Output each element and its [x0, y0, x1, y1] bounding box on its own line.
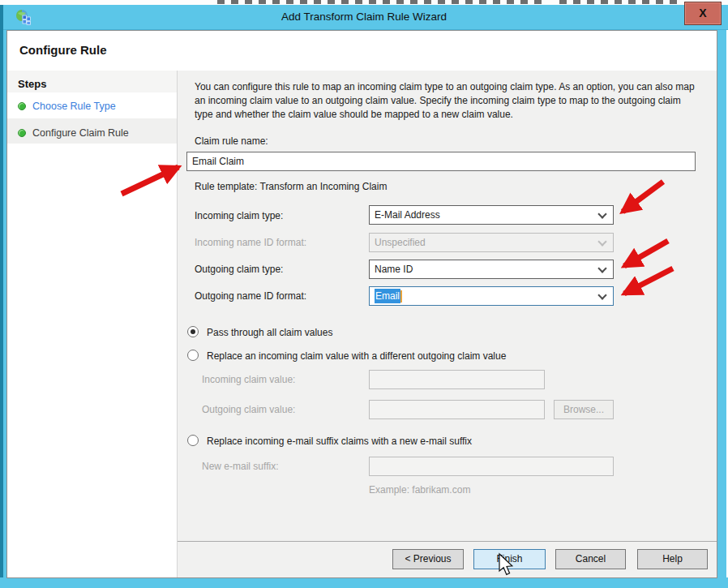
rule-template-text: Rule template: Transform an Incoming Cla… [195, 181, 387, 192]
help-button[interactable]: Help [637, 549, 708, 569]
incoming-name-id-format-combobox: Unspecified [369, 233, 614, 252]
steps-heading: Steps [18, 78, 46, 90]
new-email-suffix-input [369, 457, 614, 476]
finish-button[interactable]: Finish [473, 549, 546, 569]
pass-through-radio[interactable] [187, 326, 199, 337]
close-icon[interactable]: X [684, 2, 722, 25]
cancel-button[interactable]: Cancel [555, 549, 626, 569]
replace-email-suffix-radio[interactable] [187, 435, 199, 446]
outgoing-name-id-format-combobox[interactable]: Email [369, 286, 614, 306]
previous-button[interactable]: < Previous [392, 549, 464, 569]
pass-through-radio-label: Pass through all claim values [207, 327, 332, 338]
page-header: Configure Rule [7, 31, 717, 71]
incoming-name-id-format-label: Incoming name ID format: [195, 237, 306, 248]
window-title: Add Transform Claim Rule Wizard [0, 11, 728, 23]
window-border-right [717, 30, 726, 588]
incoming-claim-type-combobox[interactable]: E-Mail Address [369, 205, 614, 225]
incoming-claim-value-input [369, 370, 545, 389]
window-border-bottom [0, 577, 728, 588]
text-caret [400, 290, 402, 303]
claim-rule-name-label: Claim rule name: [195, 135, 268, 147]
background-text-fragment [217, 0, 542, 4]
suffix-example-text: Example: fabrikam.com [369, 484, 470, 496]
outgoing-claim-value-input [369, 400, 545, 419]
outgoing-claim-type-label: Outgoing claim type: [195, 264, 283, 275]
step-label: Configure Claim Rule [32, 127, 129, 139]
browse-button: Browse... [554, 400, 614, 419]
replace-email-suffix-radio-label: Replace incoming e-mail suffix claims wi… [207, 436, 472, 447]
background-text-fragment [559, 0, 677, 4]
combobox-selected-text: Email [375, 289, 400, 303]
chevron-down-icon [597, 237, 606, 246]
sidebar-item-choose-rule-type[interactable]: Choose Rule Type [7, 95, 177, 119]
combobox-value: Unspecified [375, 237, 426, 248]
outgoing-claim-type-combobox[interactable]: Name ID [369, 260, 614, 279]
chevron-down-icon [597, 209, 606, 218]
chevron-down-icon [597, 264, 606, 273]
claim-rule-name-input[interactable] [186, 152, 696, 171]
footer-divider [178, 541, 717, 542]
page-title: Configure Rule [19, 43, 107, 57]
combobox-value: Name ID [375, 264, 413, 275]
steps-sidebar: Steps Choose Rule Type Configure Claim R… [7, 71, 178, 577]
new-email-suffix-label: New e-mail suffix: [202, 461, 278, 472]
sidebar-item-configure-claim-rule[interactable]: Configure Claim Rule [7, 122, 177, 146]
background-window-edge [0, 5, 3, 577]
step-label: Choose Rule Type [32, 101, 116, 112]
outgoing-claim-value-label: Outgoing claim value: [202, 404, 295, 415]
replace-claim-value-radio-label: Replace an incoming claim value with a d… [207, 350, 506, 362]
rule-description: You can configure this rule to map an in… [195, 80, 696, 122]
adfs-wizard-window: Add Transform Claim Rule Wizard X Config… [0, 0, 728, 588]
step-complete-icon [18, 102, 26, 110]
incoming-claim-value-label: Incoming claim value: [202, 374, 295, 385]
chevron-down-icon [597, 290, 606, 299]
step-complete-icon [18, 129, 26, 137]
outgoing-name-id-format-label: Outgoing name ID format: [195, 290, 306, 302]
combobox-value: E-Mail Address [375, 209, 440, 221]
incoming-claim-type-label: Incoming claim type: [195, 210, 283, 221]
replace-claim-value-radio[interactable] [187, 350, 199, 361]
